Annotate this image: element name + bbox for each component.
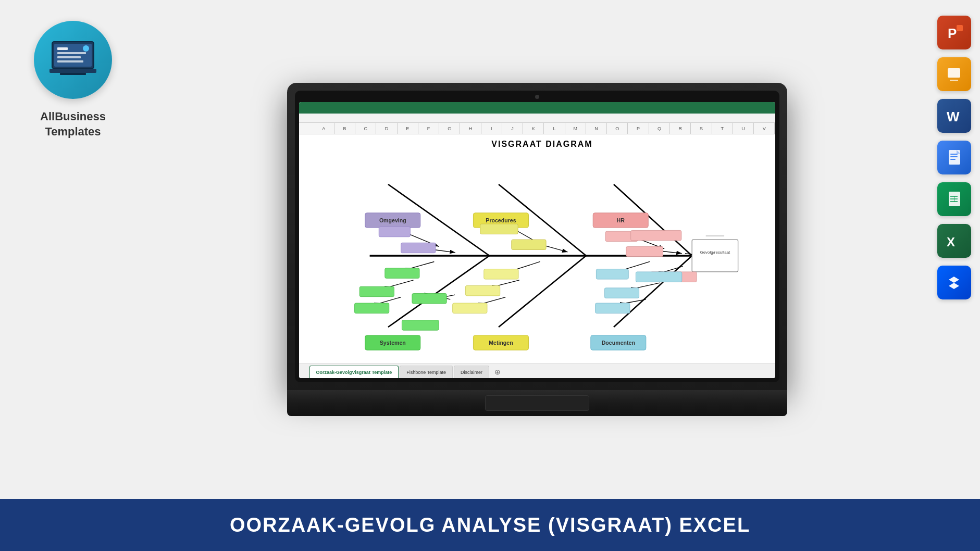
laptop-touchpad <box>485 395 589 411</box>
svg-rect-51 <box>359 286 394 296</box>
col-S: S <box>691 123 712 134</box>
word-icon[interactable]: W <box>937 99 971 133</box>
col-B: B <box>334 123 355 134</box>
svg-text:Systemen: Systemen <box>379 340 405 346</box>
col-C: C <box>355 123 376 134</box>
excel-tabs: Oorzaak-GevolgVisgraat Template Fishbone… <box>299 364 775 378</box>
dropbox-icon[interactable] <box>937 266 971 299</box>
svg-rect-78 <box>950 154 958 155</box>
tab-fishbone[interactable]: Fishbone Template <box>400 366 453 378</box>
docs-icon[interactable] <box>937 141 971 174</box>
svg-rect-75 <box>950 80 958 81</box>
svg-rect-61 <box>465 285 500 295</box>
svg-line-48 <box>411 261 434 268</box>
svg-line-35 <box>434 250 455 253</box>
col-headers: A B C D E F G H I J K L <box>299 123 775 134</box>
svg-line-39 <box>544 246 567 252</box>
col-M: M <box>565 123 586 134</box>
main-area: AllBusiness Templates A <box>0 0 980 499</box>
svg-rect-74 <box>948 68 960 78</box>
svg-rect-49 <box>384 268 419 278</box>
col-J: J <box>502 123 523 134</box>
svg-text:Gevolg/resultaat: Gevolg/resultaat <box>700 250 730 255</box>
col-G: G <box>439 123 460 134</box>
svg-rect-7 <box>49 69 96 73</box>
col-L: L <box>544 123 565 134</box>
svg-rect-2 <box>57 47 68 50</box>
slides-icon[interactable] <box>937 57 971 91</box>
col-H: H <box>460 123 481 134</box>
sheets-svg <box>944 189 964 210</box>
diagram-title: VISGRAAT DIAGRAM <box>315 140 770 149</box>
svg-text:P: P <box>948 26 957 41</box>
svg-text:Documenten: Documenten <box>601 340 635 346</box>
tab-add-button[interactable]: ⊕ <box>492 367 503 377</box>
svg-rect-4 <box>57 56 81 58</box>
banner-text: OORZAAK-GEVOLG ANALYSE (VISGRAAT) EXCEL <box>230 514 750 536</box>
laptop-bottom <box>287 390 787 416</box>
svg-line-64 <box>625 261 649 269</box>
col-P: P <box>628 123 649 134</box>
excel-header <box>299 102 775 114</box>
svg-rect-3 <box>57 52 86 54</box>
svg-rect-63 <box>452 303 487 313</box>
col-A: A <box>314 123 334 134</box>
diagram-area: VISGRAAT DIAGRAM <box>299 134 775 364</box>
logo-svg <box>47 39 99 81</box>
col-F: F <box>418 123 439 134</box>
center-area: A B C D E F G H I J K L <box>146 0 928 499</box>
svg-line-62 <box>483 297 505 303</box>
powerpoint-icon[interactable]: P <box>937 16 971 49</box>
svg-rect-86 <box>954 196 954 202</box>
svg-rect-71 <box>595 303 629 313</box>
word-svg: W <box>944 106 964 127</box>
svg-rect-40 <box>511 240 545 249</box>
svg-text:Procedures: Procedures <box>486 217 516 223</box>
svg-marker-88 <box>949 277 959 289</box>
svg-rect-67 <box>636 272 681 282</box>
svg-rect-38 <box>480 224 517 234</box>
svg-line-68 <box>637 283 660 288</box>
svg-line-60 <box>498 280 519 286</box>
docs-svg <box>944 147 964 168</box>
svg-rect-57 <box>412 293 446 303</box>
svg-line-16 <box>499 256 586 327</box>
col-V: V <box>754 123 775 134</box>
col-U: U <box>733 123 754 134</box>
svg-text:X: X <box>947 235 955 249</box>
tab-oorzaak[interactable]: Oorzaak-GevolgVisgraat Template <box>309 366 399 378</box>
logo-circle <box>34 21 112 99</box>
excel-icon[interactable]: X <box>937 224 971 258</box>
svg-rect-73 <box>957 25 963 31</box>
svg-rect-8 <box>60 73 86 75</box>
tab-disclaimer[interactable]: Disclaimer <box>454 366 489 378</box>
col-O: O <box>607 123 628 134</box>
svg-point-6 <box>83 45 89 52</box>
svg-rect-43 <box>630 230 681 240</box>
col-T: T <box>712 123 733 134</box>
dropbox-svg <box>944 272 964 293</box>
laptop-bezel: A B C D E F G H I J K L <box>295 91 779 382</box>
laptop-screen-area: A B C D E F G H I J K L <box>299 102 775 378</box>
right-sidebar: P W <box>928 0 980 499</box>
svg-rect-69 <box>604 288 639 298</box>
svg-rect-36 <box>401 243 435 253</box>
svg-rect-79 <box>950 156 958 157</box>
slides-svg <box>944 64 964 85</box>
svg-text:Metingen: Metingen <box>489 340 513 346</box>
laptop-webcam <box>535 95 539 99</box>
sheets-icon[interactable] <box>937 182 971 216</box>
svg-rect-55 <box>402 320 439 330</box>
laptop-outer: A B C D E F G H I J K L <box>287 83 787 390</box>
svg-line-44 <box>661 251 682 253</box>
svg-rect-59 <box>483 269 518 279</box>
svg-line-66 <box>664 266 683 272</box>
laptop-container: A B C D E F G H I J K L <box>287 83 787 416</box>
svg-text:Omgeving: Omgeving <box>379 217 406 223</box>
svg-rect-34 <box>379 227 410 236</box>
col-N: N <box>586 123 607 134</box>
col-K: K <box>523 123 544 134</box>
svg-line-46 <box>685 254 691 255</box>
col-R: R <box>670 123 691 134</box>
col-D: D <box>376 123 397 134</box>
